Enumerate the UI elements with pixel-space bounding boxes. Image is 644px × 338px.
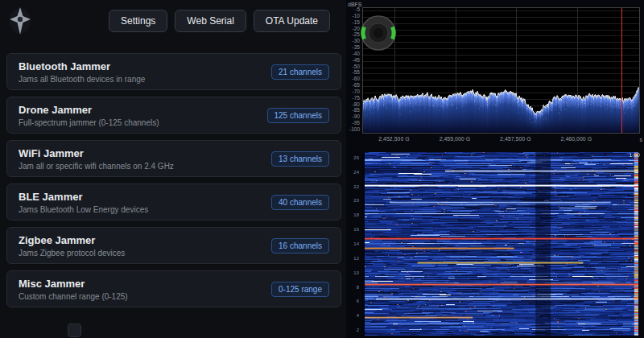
card-text: Bluetooth Jammer Jams all Bluetooth devi… [19,60,145,84]
app-logo-icon [8,6,32,36]
partial-card-fragment [68,324,81,337]
time-tick-label: 14 [353,241,359,246]
x-tick-label: 2,460,000 G [561,136,592,142]
time-tick-label: 24 [353,170,359,175]
channel-count-badge: 16 channels [271,238,329,254]
card-description: Jams Zigbee protocol devices [19,249,125,258]
y-tick-label: -90 [353,114,360,120]
y-tick-label: -10 [353,14,360,19]
jammer-card-ble[interactable]: BLE Jammer Jams Bluetooth Low Energy dev… [6,183,341,221]
y-tick-label: -5 [355,7,360,13]
jammer-list: Bluetooth Jammer Jams all Bluetooth devi… [0,42,346,307]
y-tick-label: -50 [353,64,360,69]
time-tick-label: 20 [353,198,359,203]
card-description: Custom channel range (0-125) [19,292,128,301]
card-description: Jam all or specific wifi channels on 2.4… [19,162,174,171]
waterfall-scale-label: 1.00 [629,152,640,158]
time-tick-label: 12 [353,256,359,261]
spectrum-y-axis: -5-10-15-20-25-30-35-40-45-50-55-60-65-7… [346,7,361,132]
waterfall-time-axis: 2624222018161412108642 [346,152,361,336]
y-tick-label: -25 [353,32,360,38]
card-title: Misc Jammer [19,278,128,290]
x-tick-label: 2,457,500 G [500,136,531,142]
y-tick-label: -95 [353,121,360,126]
card-title: Drone Jammer [19,104,159,116]
topbar: Settings Web Serial OTA Update [0,0,346,42]
card-title: WiFi Jammer [19,147,174,159]
y-tick-label: -15 [353,20,360,26]
app-root: Settings Web Serial OTA Update Bluetooth… [0,0,644,338]
topbar-buttons: Settings Web Serial OTA Update [109,10,330,32]
card-text: BLE Jammer Jams Bluetooth Low Energy dev… [19,191,148,214]
waterfall-canvas[interactable] [362,152,638,336]
jammer-card-misc[interactable]: Misc Jammer Custom channel range (0-125)… [6,270,341,307]
time-tick-label: 16 [353,227,359,232]
y-tick-label: -80 [353,101,360,107]
channel-count-badge: 125 channels [267,108,330,123]
time-unit-label: s [640,137,643,142]
left-panel: Settings Web Serial OTA Update Bluetooth… [0,0,346,338]
jammer-card-wifi[interactable]: WiFi Jammer Jam all or specific wifi cha… [6,140,341,177]
ota-update-button[interactable]: OTA Update [254,10,330,32]
jammer-card-bluetooth[interactable]: Bluetooth Jammer Jams all Bluetooth devi… [6,53,341,90]
jammer-card-zigbee[interactable]: Zigbee Jammer Jams Zigbee protocol devic… [6,227,341,264]
spectrum-canvas[interactable] [363,8,639,133]
y-tick-label: -65 [353,83,360,89]
time-tick-label: 18 [353,212,359,217]
y-tick-label: -100 [349,127,360,133]
time-tick-label: 6 [357,299,359,303]
time-tick-label: 26 [353,155,359,160]
card-description: Jams Bluetooth Low Energy devices [19,205,148,214]
settings-button[interactable]: Settings [109,10,167,32]
spectrum-panel: dBFS -5-10-15-20-25-30-35-40-45-50-55-60… [346,0,644,338]
card-text: WiFi Jammer Jam all or specific wifi cha… [19,147,174,171]
time-tick-label: 22 [353,184,359,189]
channel-count-badge: 0-125 range [271,282,329,297]
y-tick-label: -85 [353,108,360,113]
spectrum-plot [362,7,640,134]
card-title: Zigbee Jammer [19,234,125,246]
card-text: Drone Jammer Full-spectrum jammer (0-125… [19,104,159,127]
time-tick-label: 10 [353,270,359,275]
card-description: Jams all Bluetooth devices in range [19,75,145,84]
jammer-card-drone[interactable]: Drone Jammer Full-spectrum jammer (0-125… [6,97,341,134]
web-serial-button[interactable]: Web Serial [175,10,246,32]
spectrum-x-axis: 2,452,500 G2,455,000 G2,457,500 G2,460,0… [362,136,638,146]
time-tick-label: 8 [357,285,359,290]
y-tick-label: -40 [353,52,360,57]
y-tick-label: -75 [353,95,360,101]
y-tick-label: -70 [353,89,360,95]
y-tick-label: -45 [353,58,360,64]
time-tick-label: 4 [357,313,359,318]
channel-count-badge: 40 channels [271,195,329,210]
card-text: Misc Jammer Custom channel range (0-125) [19,278,128,301]
y-tick-label: -20 [353,26,360,31]
y-tick-label: -35 [353,45,360,51]
spectrum-section: dBFS -5-10-15-20-25-30-35-40-45-50-55-60… [346,0,644,150]
waterfall-section: 2624222018161412108642 1.00 [346,150,644,338]
card-description: Full-spectrum jammer (0-125 channels) [19,118,159,127]
y-tick-label: -60 [353,76,360,82]
channel-count-badge: 21 channels [271,64,329,80]
card-title: BLE Jammer [19,191,148,203]
x-tick-label: 2,455,000 G [440,136,471,142]
y-tick-label: -30 [353,39,360,44]
x-tick-label: 2,452,500 G [378,136,410,142]
card-text: Zigbee Jammer Jams Zigbee protocol devic… [19,234,125,258]
y-tick-label: -55 [353,70,360,76]
tuning-knob-icon[interactable] [360,14,397,52]
channel-count-badge: 13 channels [271,151,329,167]
card-title: Bluetooth Jammer [19,60,145,72]
time-tick-label: 2 [357,328,359,332]
